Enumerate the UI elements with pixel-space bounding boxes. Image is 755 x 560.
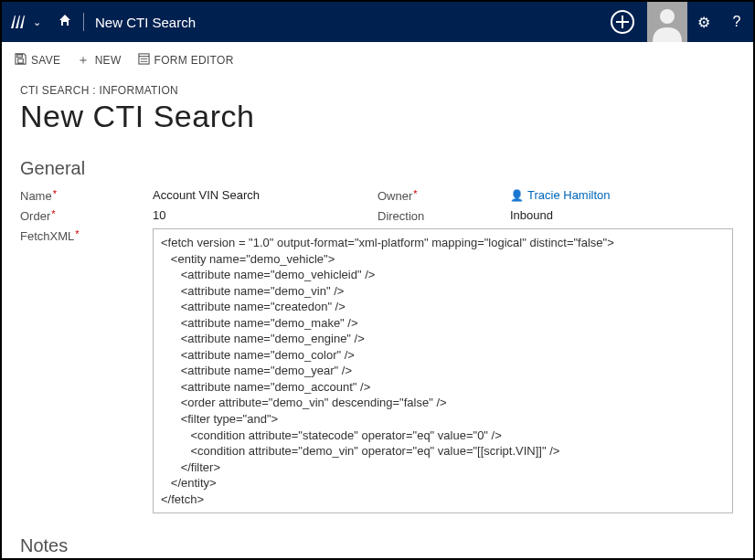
dynamics-logo-icon <box>11 16 27 28</box>
name-field[interactable]: Account VIN Search <box>153 188 378 202</box>
help-button[interactable]: ? <box>720 14 753 30</box>
save-button[interactable]: SAVE <box>15 53 60 68</box>
add-new-button[interactable] <box>611 10 634 34</box>
order-label: Order* <box>20 208 153 223</box>
owner-label: Owner* <box>378 188 510 203</box>
gear-icon: ⚙ <box>697 15 710 30</box>
settings-button[interactable]: ⚙ <box>687 14 720 31</box>
user-avatar[interactable] <box>647 2 687 42</box>
save-icon <box>15 53 27 68</box>
direction-field[interactable]: Inbound <box>510 208 735 222</box>
general-form: Name* Account VIN Search Owner* 👤Tracie … <box>20 188 735 519</box>
form-editor-icon <box>138 53 150 68</box>
section-notes: Notes <box>20 535 735 556</box>
app-switcher[interactable]: ⌄ <box>2 2 47 42</box>
form-editor-button[interactable]: FORM EDITOR <box>138 53 234 68</box>
person-icon: 👤 <box>510 189 524 202</box>
section-general: General <box>20 158 735 179</box>
help-icon: ? <box>733 14 741 29</box>
fetchxml-field[interactable]: <fetch version = "1.0" output-format="xm… <box>153 228 733 513</box>
direction-label: Direction <box>378 208 510 223</box>
owner-field[interactable]: 👤Tracie Hamilton <box>510 188 735 202</box>
home-button[interactable] <box>47 13 83 31</box>
svg-point-0 <box>660 9 675 24</box>
top-nav-bar: ⌄ New CTI Search ⚙ ? <box>2 2 753 42</box>
page-context-title: New CTI Search <box>84 15 207 30</box>
plus-icon: ＋ <box>77 52 90 69</box>
fetchxml-label: FetchXML* <box>20 228 153 243</box>
breadcrumb: CTI SEARCH : INFORMATION <box>20 84 735 97</box>
chevron-down-icon: ⌄ <box>33 16 41 28</box>
order-field[interactable]: 10 <box>153 208 378 222</box>
new-button[interactable]: ＋ NEW <box>77 52 121 69</box>
name-label: Name* <box>20 188 153 203</box>
command-bar: SAVE ＋ NEW FORM EDITOR <box>2 42 753 79</box>
page-title: New CTI Search <box>20 99 735 134</box>
